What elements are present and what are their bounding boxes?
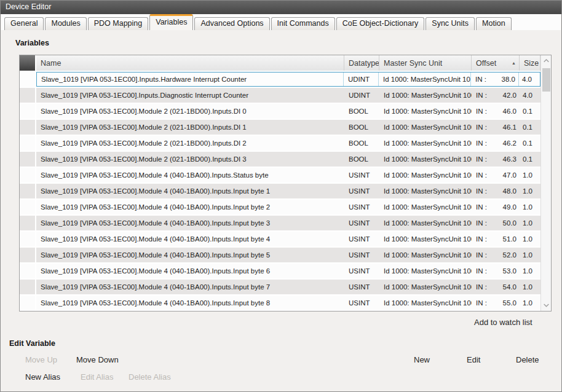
row-selector[interactable] <box>20 264 35 278</box>
table-row[interactable]: Slave_1019 [VIPA 053-1EC00].Module 4 (04… <box>20 264 540 278</box>
row-selector[interactable] <box>20 200 35 214</box>
row-datatype: UDINT <box>344 88 379 103</box>
row-sync-unit: Id 1000: MasterSyncUnit 1000 <box>379 136 472 151</box>
table-row[interactable]: Slave_1019 [VIPA 053-1EC00].Module 2 (02… <box>20 104 540 119</box>
header-master-sync-unit[interactable]: Master Sync Unit <box>379 55 472 71</box>
vertical-scrollbar[interactable] <box>540 55 551 311</box>
row-selector[interactable] <box>20 120 35 135</box>
row-offset-value: 46.2 <box>503 139 516 147</box>
row-selector[interactable] <box>20 248 35 262</box>
row-datatype: BOOL <box>344 136 379 151</box>
row-offset-direction: IN : <box>476 299 487 307</box>
row-offset: IN : 42.0 <box>472 88 520 103</box>
table-row[interactable]: Slave_1019 [VIPA 053-1EC00].Module 4 (04… <box>20 232 540 246</box>
row-size: 4.0 <box>519 73 540 86</box>
row-offset-direction: IN : <box>476 123 487 131</box>
new-button[interactable]: New <box>414 355 430 364</box>
table-row[interactable]: Slave_1019 [VIPA 053-1EC00].Inputs.Diagn… <box>20 88 540 103</box>
row-size: 1.0 <box>520 264 540 278</box>
edit-button[interactable]: Edit <box>467 355 480 364</box>
row-offset-value: 46.0 <box>503 108 516 115</box>
row-selector[interactable] <box>20 184 35 198</box>
row-datatype: USINT <box>344 200 379 214</box>
row-selector[interactable] <box>20 72 35 87</box>
table-rows: Slave_1019 [VIPA 053-1EC00].Inputs.Hardw… <box>20 71 540 311</box>
scrollbar-thumb[interactable] <box>542 68 550 92</box>
table-row[interactable]: Slave_1019 [VIPA 053-1EC00].Module 2 (02… <box>20 136 540 151</box>
variables-table: Name Datatype Master Sync Unit Offset ▲ … <box>19 55 552 312</box>
table-row[interactable]: Slave_1019 [VIPA 053-1EC00].Module 4 (04… <box>20 248 540 262</box>
row-datatype: USINT <box>344 168 379 182</box>
row-datatype: USINT <box>344 184 379 198</box>
table-row[interactable]: Slave_1019 [VIPA 053-1EC00].Module 2 (02… <box>20 120 540 135</box>
tab-init-commands[interactable]: Init Commands <box>271 17 335 30</box>
row-sync-unit: Id 1000: MasterSyncUnit 1000 <box>379 296 472 310</box>
edit-alias-button: Edit Alias <box>81 372 113 382</box>
row-offset-value: 52.0 <box>503 251 516 259</box>
row-size: 1.0 <box>520 248 540 262</box>
table-row[interactable]: Slave_1019 [VIPA 053-1EC00].Inputs.Hardw… <box>20 72 540 87</box>
row-selector[interactable] <box>20 280 35 294</box>
row-offset: IN : 47.0 <box>472 168 520 182</box>
row-selector[interactable] <box>20 232 35 246</box>
row-name: Slave_1019 [VIPA 053-1EC00].Module 4 (04… <box>36 280 344 294</box>
move-up-button: Move Up <box>25 355 57 364</box>
tab-strip: General Modules PDO Mapping Variables Ad… <box>1 14 561 30</box>
add-to-watch-list-button[interactable]: Add to watch list <box>474 318 532 327</box>
row-offset: IN : 54.0 <box>472 280 520 294</box>
row-selector[interactable] <box>20 136 35 151</box>
row-offset: IN : 55.0 <box>472 296 520 310</box>
row-offset-value: 38.0 <box>502 76 515 83</box>
table-row[interactable]: Slave_1019 [VIPA 053-1EC00].Module 4 (04… <box>20 296 540 310</box>
row-name: Slave_1019 [VIPA 053-1EC00].Module 4 (04… <box>36 248 344 262</box>
tab-advanced-options[interactable]: Advanced Options <box>194 17 269 30</box>
row-offset-direction: IN : <box>476 219 487 227</box>
row-name: Slave_1019 [VIPA 053-1EC00].Inputs.Hardw… <box>37 73 344 86</box>
delete-button[interactable]: Delete <box>516 355 539 364</box>
row-selector[interactable] <box>20 104 35 119</box>
row-name: Slave_1019 [VIPA 053-1EC00].Module 4 (04… <box>36 168 344 182</box>
row-offset-direction: IN : <box>476 108 487 115</box>
row-datatype: UDINT <box>344 73 379 86</box>
row-name: Slave_1019 [VIPA 053-1EC00].Inputs.Diagn… <box>36 88 344 103</box>
row-offset: IN : 48.0 <box>472 184 520 198</box>
table-row[interactable]: Slave_1019 [VIPA 053-1EC00].Module 4 (04… <box>20 200 540 214</box>
row-offset-value: 55.0 <box>503 299 516 307</box>
row-size: 1.0 <box>520 184 540 198</box>
row-selector[interactable] <box>20 216 35 230</box>
row-selector[interactable] <box>20 152 35 167</box>
table-row[interactable]: Slave_1019 [VIPA 053-1EC00].Module 2 (02… <box>20 152 540 167</box>
row-sync-unit: Id 1000: MasterSyncUnit 1000 <box>379 232 472 246</box>
tab-variables[interactable]: Variables <box>149 14 193 30</box>
row-offset-value: 48.0 <box>503 187 516 195</box>
tab-sync-units[interactable]: Sync Units <box>425 17 475 30</box>
header-datatype[interactable]: Datatype <box>344 55 379 71</box>
tab-coe-object-dictionary[interactable]: CoE Object-Dictionary <box>336 17 425 30</box>
row-size: 1.0 <box>520 232 540 246</box>
row-selector[interactable] <box>20 88 35 103</box>
row-selector[interactable] <box>20 296 35 310</box>
header-size[interactable]: Size <box>520 55 540 71</box>
header-name[interactable]: Name <box>36 55 344 71</box>
move-down-button[interactable]: Move Down <box>76 355 119 364</box>
table-row[interactable]: Slave_1019 [VIPA 053-1EC00].Module 4 (04… <box>20 168 540 182</box>
header-offset[interactable]: Offset ▲ <box>472 55 520 71</box>
row-name: Slave_1019 [VIPA 053-1EC00].Module 4 (04… <box>36 232 344 246</box>
scroll-up-icon[interactable] <box>541 55 551 66</box>
row-size: 1.0 <box>520 280 540 294</box>
row-sync-unit: Id 1000: MasterSyncUnit 1000 <box>379 248 472 262</box>
header-row-selector[interactable] <box>20 55 35 71</box>
tab-general[interactable]: General <box>4 17 44 30</box>
row-sync-unit: Id 1000: MasterSyncUnit 1000 <box>379 280 472 294</box>
row-offset-direction: IN : <box>476 235 487 243</box>
scroll-down-icon[interactable] <box>541 300 551 311</box>
table-row[interactable]: Slave_1019 [VIPA 053-1EC00].Module 4 (04… <box>20 216 540 230</box>
tab-pdo-mapping[interactable]: PDO Mapping <box>88 17 149 30</box>
new-alias-button[interactable]: New Alias <box>25 372 60 382</box>
tab-modules[interactable]: Modules <box>45 17 86 30</box>
row-selector[interactable] <box>20 168 35 182</box>
tab-motion[interactable]: Motion <box>476 17 512 30</box>
row-name: Slave_1019 [VIPA 053-1EC00].Module 2 (02… <box>36 152 344 167</box>
table-row[interactable]: Slave_1019 [VIPA 053-1EC00].Module 4 (04… <box>20 184 540 198</box>
table-row[interactable]: Slave_1019 [VIPA 053-1EC00].Module 4 (04… <box>20 280 540 294</box>
